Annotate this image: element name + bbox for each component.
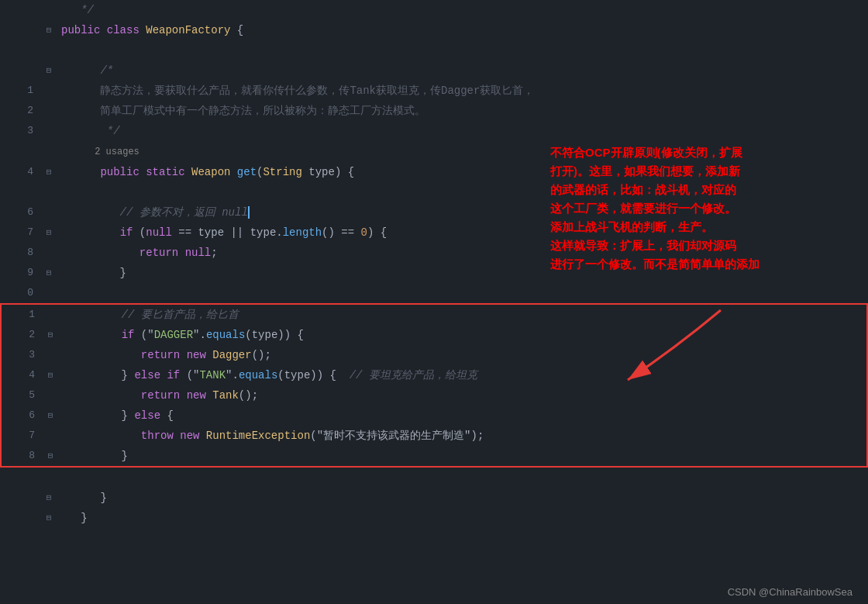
code-line-16: 2 ⊟ if ("DAGGER".equals(type)) { [2,325,866,345]
method-token: equals [239,369,277,381]
code-line-2 [0,40,868,60]
code-line-25: ⊟ } [0,508,868,528]
keyword-token: if [122,329,135,341]
plain-token: (type)) { [277,369,349,381]
cursor [248,206,250,219]
comment-token: /* [61,64,113,77]
class-name-token: WeaponFactory [146,24,230,36]
keyword-token: null [146,226,172,239]
code-token: */ [61,4,94,16]
annotation-box: 不符合OCP开辟原则(修改关闭，扩展 打开)。这里，如果我们想要，添加新 的武器… [550,143,845,274]
type-token: Weapon [191,166,237,178]
code-content: return new Dagger(); [57,346,866,364]
code-line-18: 4 ⊟ } else if ("TANK".equals(type)) { //… [2,365,866,385]
line-number: 2 [2,326,44,344]
fold-icon: ⊟ [43,223,55,242]
method-token: get [237,166,257,178]
line-number: 1 [2,305,44,324]
code-line-14: 0 [0,283,868,303]
fold-icon: ⊟ [43,163,55,181]
keyword-token: else [134,409,160,422]
plain-token: (); [252,349,271,361]
code-content: } [57,447,866,465]
line-number: 6 [0,203,43,222]
plain-token: ) { [367,226,387,239]
number-token: 0 [361,226,367,239]
plain-token: { [230,24,243,36]
keyword-token: throw [141,430,180,442]
code-content: */ [55,122,868,140]
fold-icon: ⊟ [44,326,57,344]
keyword-token: public [61,166,146,178]
method-token: length [283,226,322,239]
code-content: } else if ("TANK".equals(type)) { // 要坦克… [57,366,866,385]
code-content: return new Tank(); [57,386,866,405]
comment-token: 简单工厂模式中有一个静态方法，所以被称为：静态工厂方法模式。 [61,105,425,117]
line-number: 4 [2,366,44,385]
plain-token: } [63,369,134,381]
method-token: equals [206,329,245,341]
code-content: if ("DAGGER".equals(type)) { [57,326,866,344]
code-editor: */ ⊟ public class WeaponFactory { ⊟ /* 1… [0,0,868,604]
code-line-4: 1 静态方法，要获取什么产品，就看你传什么参数，传Tank获取坦克，传Dagge… [0,81,868,101]
plain-token: (" [180,369,199,381]
keyword-token: new [180,430,206,442]
code-content: public class WeaponFactory { [55,21,868,40]
comment-token: // 参数不对，返回 null [61,206,248,219]
red-highlight-box: 1 // 要匕首产品，给匕首 2 ⊟ if ("DAGGER".equals(t… [0,303,868,468]
plain-token: ; [211,247,217,259]
code-line-6: 3 */ [0,121,868,141]
annotation-arrow [581,302,736,395]
comment-token: // 要坦克给产品，给坦克 [350,369,477,381]
type-token: Dagger [212,349,251,361]
keyword-token: else if [134,369,180,381]
string-token: TANK [199,369,226,381]
plain-token: ". [193,329,206,341]
plain-token: ". [226,369,239,381]
plain-token: } [63,409,134,422]
plain-token: (" [134,329,153,341]
comment-token: */ [61,125,120,137]
keyword-token: class [107,24,146,36]
plain-token: ("暂时不支持该武器的生产制造"); [310,430,484,442]
plain-token: (type)) { [245,329,304,341]
fold-icon: ⊟ [43,61,55,80]
fold-icon: ⊟ [43,264,55,282]
watermark: CSDN @ChinaRainbowSea [728,586,852,598]
keyword-token: return [141,349,187,361]
code-line-21: 7 throw new RuntimeException("暂时不支持该武器的生… [2,426,866,446]
code-content: 简单工厂模式中有一个静态方法，所以被称为：静态工厂方法模式。 [55,102,868,120]
line-number: 6 [2,406,44,425]
plain-token: } [61,512,88,524]
string-token: DAGGER [154,329,193,341]
code-line-5: 2 简单工厂模式中有一个静态方法，所以被称为：静态工厂方法模式。 [0,101,868,121]
plain-token: ( [133,226,146,239]
plain-token [63,430,141,442]
plain-token [63,329,122,341]
keyword-token: public [61,24,107,36]
type-token: Tank [212,389,239,402]
code-content: } [55,509,868,527]
keyword-token: new [187,349,213,361]
type-token: String [263,166,308,178]
line-number: 3 [2,346,44,364]
fold-icon: ⊟ [43,509,55,527]
code-line-15: 1 // 要匕首产品，给匕首 [2,305,866,325]
code-content: // 要匕首产品，给匕首 [57,305,866,324]
plain-token: } [63,450,128,462]
code-content: */ [55,1,868,19]
plain-token: { [160,409,174,422]
line-number: 0 [0,284,43,302]
code-content: } else { [57,406,866,425]
keyword-token: return [140,247,185,259]
fold-icon: ⊟ [44,366,57,385]
keyword-token: null [185,247,212,259]
code-line-23 [0,468,868,488]
plain-token: } [61,267,126,279]
fold-icon: ⊟ [43,488,55,507]
line-number: 8 [2,447,44,465]
keyword-token: if [120,226,133,239]
plain-token: == type || type. [172,226,283,239]
plain-token: () == [322,226,360,239]
line-number: 1 [0,81,43,100]
